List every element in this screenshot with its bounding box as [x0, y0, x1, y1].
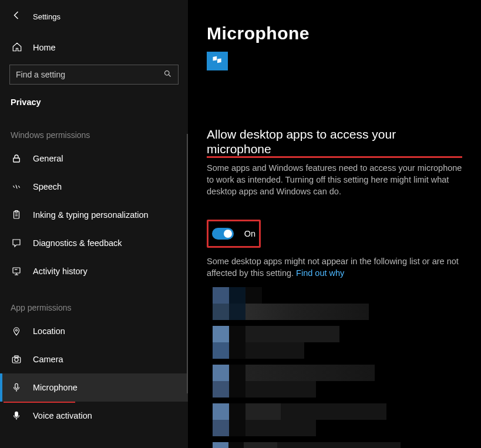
sidebar-item-microphone[interactable]: Microphone [0, 373, 188, 402]
section-description: Some apps and Windows features need to a… [207, 163, 462, 197]
sidebar-item-location[interactable]: Location [0, 317, 188, 345]
sidebar-home-label: Home [33, 43, 56, 52]
sidebar-item-general[interactable]: General [0, 144, 188, 173]
home-icon [12, 42, 22, 54]
sidebar-section-label: App permissions [0, 285, 188, 317]
svg-rect-9 [13, 268, 20, 273]
window-title: Settings [33, 12, 60, 21]
sidebar-item-label: Camera [33, 355, 63, 364]
svg-point-13 [16, 329, 18, 331]
sidebar-item-label: Diagnostics & feedback [33, 238, 122, 248]
toggle-state-label: On [244, 229, 255, 238]
settings-sidebar: Settings Home Privacy Windows permission… [0, 0, 188, 448]
sidebar-item-label: Microphone [33, 383, 78, 392]
svg-rect-17 [15, 383, 18, 388]
section-note: Some desktop apps might not appear in th… [207, 256, 462, 279]
sidebar-item-camera[interactable]: Camera [0, 345, 188, 373]
camera-icon [11, 353, 22, 365]
speech-icon [11, 181, 22, 193]
sidebar-item-label: Inking & typing personalization [33, 210, 149, 220]
svg-rect-22 [217, 58, 221, 63]
svg-rect-2 [14, 158, 20, 162]
section-heading: Allow desktop apps to access your microp… [207, 127, 462, 158]
svg-rect-16 [15, 356, 18, 358]
desktop-apps-list [213, 287, 401, 448]
activity-icon [11, 265, 22, 277]
sidebar-item-label: Activity history [33, 267, 88, 276]
sidebar-item-label: General [33, 154, 63, 163]
sidebar-section-label: Windows permissions [0, 113, 188, 144]
sidebar-item-diagnostics[interactable]: Diagnostics & feedback [0, 229, 188, 257]
search-icon [163, 69, 172, 80]
sidebar-item-label: Speech [33, 182, 62, 191]
find-out-why-link[interactable]: Find out why [296, 268, 344, 278]
clipboard-icon [11, 209, 22, 221]
svg-point-0 [165, 70, 170, 75]
sidebar-item-label: Voice activation [33, 411, 92, 420]
scrollbar[interactable] [187, 134, 188, 393]
svg-point-15 [15, 358, 18, 362]
location-icon [11, 325, 22, 337]
main-content: Microphone Allow desktop apps to access … [188, 0, 481, 448]
sidebar-item-inking[interactable]: Inking & typing personalization [0, 201, 188, 229]
desktop-apps-mic-toggle[interactable] [212, 228, 234, 240]
previous-app-icon [207, 52, 228, 70]
microphone-icon [11, 382, 22, 393]
sidebar-home[interactable]: Home [0, 36, 188, 59]
search-input[interactable] [16, 70, 149, 79]
search-box[interactable] [9, 65, 179, 85]
back-icon[interactable] [12, 10, 22, 23]
sidebar-item-voice-activation[interactable]: Voice activation [0, 402, 188, 430]
sidebar-item-activity[interactable]: Activity history [0, 257, 188, 285]
lock-icon [11, 153, 22, 164]
page-title: Microphone [207, 23, 462, 43]
sidebar-item-speech[interactable]: Speech [0, 173, 188, 201]
sidebar-current-page: Privacy [0, 85, 188, 113]
svg-line-1 [169, 75, 170, 76]
sidebar-item-label: Location [33, 326, 65, 336]
feedback-icon [11, 237, 22, 249]
svg-rect-21 [213, 56, 217, 61]
voice-activation-icon [11, 410, 22, 422]
svg-rect-19 [15, 412, 18, 416]
annotation-highlight-box: On [207, 220, 261, 248]
